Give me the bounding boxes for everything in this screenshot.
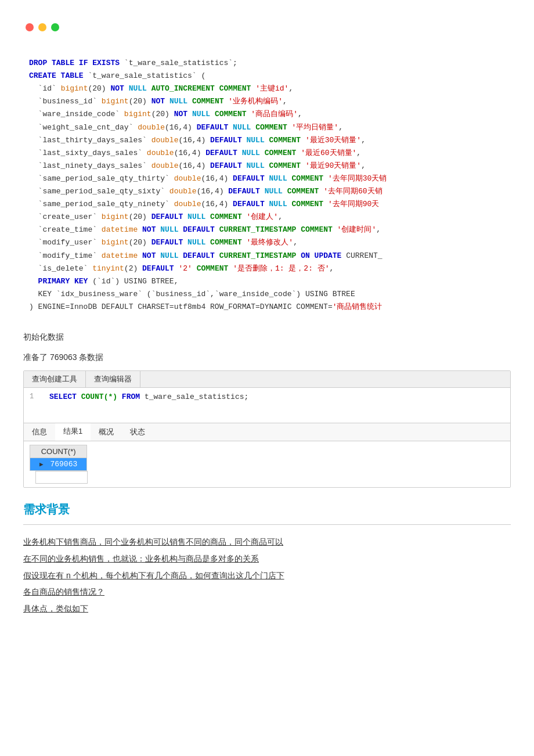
code-block: DROP TABLE IF EXISTS `t_ware_sale_statis… xyxy=(23,42,511,316)
result-input-box[interactable] xyxy=(35,471,88,484)
desc-line-1: 业务机构下销售商品，同个业务机构可以销售不同的商品，同个商品可以 xyxy=(23,534,511,550)
tab-query-create[interactable]: 查询创建工具 xyxy=(24,371,86,387)
dot-green xyxy=(51,23,59,31)
tab-status[interactable]: 状态 xyxy=(122,423,153,441)
result-value: 769063 xyxy=(50,460,77,469)
desc-line-3: 假设现在有 n 个机构，每个机构下有几个商品，如何查询出这几个门店下 xyxy=(23,568,511,584)
select-keyword: SELECT xyxy=(49,393,77,401)
desc-line-4: 各自商品的销售情况？ xyxy=(23,584,511,600)
query-tool-container: 查询创建工具 查询编辑器 1 SELECT COUNT(*) FROM t_wa… xyxy=(23,370,511,488)
query-text: SELECT COUNT(*) FROM t_ware_sale_statist… xyxy=(49,393,248,401)
section-divider xyxy=(23,524,511,525)
query-editor[interactable]: 1 SELECT COUNT(*) FROM t_ware_sale_stati… xyxy=(24,388,510,423)
query-line-1: 1 SELECT COUNT(*) FROM t_ware_sale_stati… xyxy=(24,393,510,401)
result-cell-value: ▶ 769063 xyxy=(30,458,87,471)
result-table: COUNT(*) ▶ 769063 xyxy=(30,445,87,471)
row-arrow-icon: ▶ xyxy=(39,461,46,468)
dot-red xyxy=(26,23,34,31)
result-tabs: 信息 结果1 概况 状态 xyxy=(24,423,510,441)
tab-query-editor[interactable]: 查询编辑器 xyxy=(86,371,140,387)
tab-result1[interactable]: 结果1 xyxy=(55,423,91,441)
tab-info[interactable]: 信息 xyxy=(24,423,55,441)
count-function: COUNT(*) xyxy=(81,393,122,401)
dot-yellow xyxy=(38,23,46,31)
line-number: 1 xyxy=(30,393,44,401)
desc-line-2: 在不同的业务机构销售，也就说：业务机构与商品是多对多的关系 xyxy=(23,551,511,567)
query-tool-tabs: 查询创建工具 查询编辑器 xyxy=(24,371,510,388)
section-heading: 需求背景 xyxy=(23,502,511,517)
result-row: ▶ 769063 xyxy=(30,458,87,471)
init-data-label: 初始化数据 xyxy=(23,330,511,344)
window-chrome xyxy=(23,23,511,31)
page-container: DROP TABLE IF EXISTS `t_ware_sale_statis… xyxy=(6,12,528,629)
result-col-header: COUNT(*) xyxy=(30,445,87,458)
tab-overview[interactable]: 概况 xyxy=(91,423,122,441)
from-keyword: FROM xyxy=(122,393,140,401)
table-name: t_ware_sale_statistics; xyxy=(145,393,248,401)
desc-line-5: 具体点，类似如下 xyxy=(23,601,511,617)
data-count-label: 准备了 769063 条数据 xyxy=(23,350,511,365)
result-table-wrap: COUNT(*) ▶ 769063 xyxy=(24,441,510,487)
